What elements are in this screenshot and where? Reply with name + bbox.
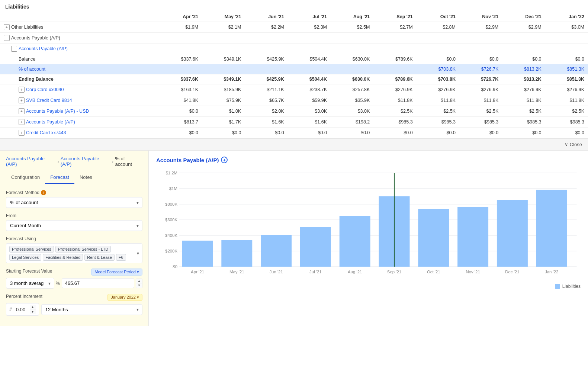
table-row: % of account$703.8K$726.7K$813.2K$851.3K xyxy=(0,64,588,74)
from-select[interactable]: Current Month Next Month xyxy=(6,220,142,231)
breadcrumb-part-1[interactable]: Accounts Payable (A/P) xyxy=(6,156,56,167)
row-label-cell: Balance xyxy=(0,54,159,64)
forecast-using-tags[interactable]: Professional Services Professional Servi… xyxy=(6,243,142,263)
bar-jan xyxy=(536,190,567,267)
row-label-cell: −Accounts Payable (A/P) xyxy=(0,44,159,54)
starting-forecast-value-group: Starting Forecast Value Model Forecast P… xyxy=(6,269,142,289)
tag-professional-services[interactable]: Professional Services xyxy=(9,246,54,253)
pi-spinner-down[interactable]: ▼ xyxy=(30,309,36,314)
row-value-cell: $0.0 xyxy=(459,128,502,138)
row-value-cell: $0.0 xyxy=(373,128,416,138)
forecast-method-select[interactable]: % of account Fixed Amount Growth Rate xyxy=(6,197,142,208)
pi-months-select[interactable]: 12 Months 6 Months 3 Months xyxy=(41,304,142,315)
tag-professional-services-ltd[interactable]: Professional Services - LTD xyxy=(55,246,111,253)
row-value-cell: $276.9K xyxy=(459,84,502,95)
row-value-cell xyxy=(288,64,331,74)
row-value-cell: $2.0K xyxy=(245,106,287,117)
tab-configuration[interactable]: Configuration xyxy=(6,171,45,184)
from-label: From xyxy=(6,213,142,218)
expand-icon[interactable]: + xyxy=(19,108,25,114)
tag-more[interactable]: +6 xyxy=(116,254,126,261)
sfv-value-input[interactable] xyxy=(62,278,134,288)
table-row: Balance$337.6K$349.1K$425.9K$504.4K$630.… xyxy=(0,54,588,64)
hash-spinner: # 0.00 ▲ ▼ xyxy=(6,303,39,316)
row-value-cell: $630.0K xyxy=(331,54,373,64)
tab-forecast[interactable]: Forecast xyxy=(45,171,74,184)
bar-nov xyxy=(457,207,488,267)
row-value-cell: $0.0 xyxy=(245,128,287,138)
sfv-method-select[interactable]: 3 month average 6 month average 12 month… xyxy=(6,278,54,289)
row-value-cell xyxy=(373,33,416,44)
tabs-container: Configuration Forecast Notes xyxy=(6,171,142,184)
chart-legend: Liabilities xyxy=(156,284,581,289)
pi-months-wrapper: 12 Months 6 Months 3 Months ▼ xyxy=(41,304,142,315)
row-value-cell xyxy=(373,44,416,54)
breadcrumb-part-2[interactable]: Accounts Payable (A/P) xyxy=(61,156,110,167)
legend-box xyxy=(555,284,560,289)
sfv-method-wrapper: 3 month average 6 month average 12 month… xyxy=(6,278,54,289)
expand-icon[interactable]: + xyxy=(19,130,25,136)
row-value-cell: $425.9K xyxy=(245,54,287,64)
pi-spinner-btns: ▲ ▼ xyxy=(30,305,36,314)
tag-facilities[interactable]: Facilities & Related xyxy=(43,254,83,261)
tab-notes[interactable]: Notes xyxy=(74,171,97,184)
row-value-cell: $1.7K xyxy=(202,117,245,128)
row-value-cell: $1.0K xyxy=(202,106,245,117)
bar-dec xyxy=(497,200,528,267)
collapse-icon[interactable]: − xyxy=(4,35,10,41)
table-row: +Accounts Payable (A/P)$813.7$1.7K$1.6K$… xyxy=(0,117,588,128)
table-row: −Accounts Payable (A/P) xyxy=(0,44,588,54)
pi-value: 0.00 xyxy=(13,307,28,312)
row-value-cell xyxy=(331,44,373,54)
pi-spinner-up[interactable]: ▲ xyxy=(30,305,36,309)
row-value-cell: $2.5K xyxy=(459,106,502,117)
close-button[interactable]: ∨ Close xyxy=(565,142,582,147)
tag-rent-lease[interactable]: Rent & Lease xyxy=(84,254,115,261)
row-link-label[interactable]: Corp Card xx0040 xyxy=(26,87,64,92)
sfv-label: Starting Forecast Value xyxy=(6,269,52,274)
tag-legal-services[interactable]: Legal Services xyxy=(9,254,41,261)
row-link-label[interactable]: Accounts Payable (A/P) xyxy=(26,119,75,125)
row-value-cell: $504.4K xyxy=(288,74,331,84)
col-header-sep21: Sep '21 xyxy=(373,12,416,22)
svg-text:$1M: $1M xyxy=(169,186,177,191)
table-row: −Accounts Payable (A/P) xyxy=(0,33,588,44)
row-link-label[interactable]: Credit Card xx7443 xyxy=(26,130,66,135)
table-row: +SVB Credit Card 9814$41.8K$75.9K$65.7K$… xyxy=(0,95,588,106)
row-value-cell: $2.2M xyxy=(245,22,287,33)
row-value-cell xyxy=(202,44,245,54)
row-value-cell xyxy=(288,33,331,44)
expand-icon[interactable]: + xyxy=(19,119,25,125)
row-label-cell: +Accounts Payable (A/P) - USD xyxy=(0,106,159,117)
chart-add-icon[interactable]: + xyxy=(221,157,228,163)
row-label-cell: +Other Liabilities xyxy=(0,22,159,33)
row-link-label[interactable]: Accounts Payable (A/P) xyxy=(19,46,68,51)
row-link-label[interactable]: SVB Credit Card 9814 xyxy=(26,98,72,103)
row-value-cell xyxy=(373,64,416,74)
model-forecast-badge[interactable]: Model Forecast Period ▾ xyxy=(91,269,142,276)
info-icon[interactable]: i xyxy=(41,190,46,195)
row-label-cell: +SVB Credit Card 9814 xyxy=(0,95,159,106)
row-link-label[interactable]: Accounts Payable (A/P) - USD xyxy=(26,109,89,114)
sfv-header: Starting Forecast Value Model Forecast P… xyxy=(6,269,142,276)
sfv-percent-sign: % xyxy=(56,280,60,286)
sfv-spinner-down[interactable]: ▼ xyxy=(136,283,142,288)
pi-header-row: Percent Increment January 2022 ▾ xyxy=(6,294,142,301)
sfv-spinner-up[interactable]: ▲ xyxy=(136,279,142,283)
svg-text:$600K: $600K xyxy=(165,218,177,222)
row-value-cell: $238.7K xyxy=(288,84,331,95)
col-header-label xyxy=(0,12,159,22)
expand-icon[interactable]: + xyxy=(4,24,10,30)
row-percent-label: % of account xyxy=(19,67,45,72)
hash-icon: # xyxy=(9,307,12,312)
expand-icon[interactable]: + xyxy=(19,87,25,93)
expand-icon[interactable]: + xyxy=(19,97,25,103)
collapse-icon[interactable]: − xyxy=(11,46,17,52)
pi-input-row: # 0.00 ▲ ▼ 12 Months 6 Months 3 Months ▼ xyxy=(6,303,142,316)
tags-chevron-icon[interactable]: ▼ xyxy=(136,251,140,255)
pi-badge[interactable]: January 2022 ▾ xyxy=(107,294,142,301)
row-value-cell: $11.8K xyxy=(459,95,502,106)
row-value-cell: $349.1K xyxy=(202,54,245,64)
row-value-cell: $2.7M xyxy=(373,22,416,33)
col-header-jun21: Jun '21 xyxy=(245,12,287,22)
